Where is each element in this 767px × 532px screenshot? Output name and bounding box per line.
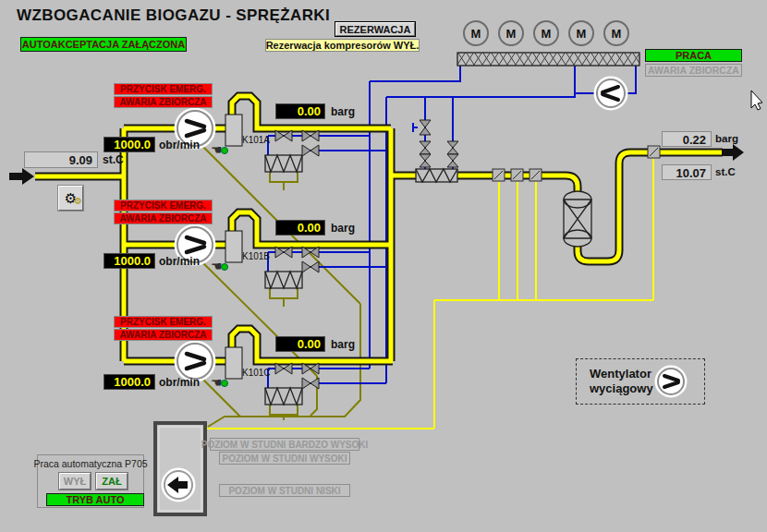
- k101a-label: K101A: [242, 135, 270, 145]
- k101a-emergency-banner: PRZYCISK EMERG.: [114, 83, 213, 95]
- compressor-fan-k101c[interactable]: [176, 342, 214, 381]
- k101a-speed-display: 1000.0: [103, 137, 155, 152]
- k101c-speed-display: 1000.0: [103, 374, 155, 390]
- inlet-arrow-icon: [9, 168, 34, 185]
- gears-icon[interactable]: ⚙⚙: [58, 186, 83, 211]
- k101c-label: K101C: [242, 368, 271, 378]
- k101a-pressure-display: 0.00: [275, 103, 325, 119]
- inlet-temperature-value: 9.09: [24, 151, 98, 168]
- k101c-fault-banner: AWARIA ZBIORCZA: [114, 329, 213, 341]
- k101b-speed-display: 1000.0: [103, 253, 155, 269]
- k101c-hand-pointer-icon[interactable]: ☚: [211, 376, 228, 389]
- k101b-label: K101B: [242, 251, 270, 261]
- reservation-button[interactable]: REZERWACJA: [335, 22, 415, 36]
- reservation-status-banner: Rezerwacja kompresorów WYŁ.: [265, 39, 420, 52]
- k101b-fault-banner: AWARIA ZBIORCZA: [114, 212, 213, 224]
- outlet-pressure-value: 0.22: [662, 131, 712, 147]
- k101c-pressure-display: 0.00: [275, 336, 325, 352]
- well-alarm-very-high: POZIOM W STUDNI BARDZO WYSOKI: [210, 438, 359, 451]
- page-title: WZBOGACANIE BIOGAZU - SPRĘŻARKI: [17, 6, 330, 25]
- motor-3: M: [533, 20, 559, 46]
- exhaust-fan-label: Wentylator wyciągowy: [590, 367, 653, 396]
- well-pump[interactable]: [163, 469, 194, 501]
- cooler-bank: [457, 53, 639, 66]
- auto-panel-title: Praca automatyczna P705: [39, 458, 142, 469]
- k101c-emergency-banner: PRZYCISK EMERG.: [114, 316, 213, 328]
- status-praca-banner: PRACA: [645, 49, 742, 62]
- outlet-temperature-value: 10.07: [662, 164, 712, 180]
- k101a-fault-banner: AWARIA ZBIORCZA: [114, 96, 213, 108]
- well-alarm-high: POZIOM W STUDNI WYSOKI: [219, 452, 350, 465]
- outlet-arrow-icon: [722, 144, 744, 161]
- k101c-pressure-unit: barg: [331, 338, 355, 351]
- motor-1: M: [463, 20, 489, 46]
- k101b-hand-pointer-icon[interactable]: ☚: [211, 260, 228, 272]
- k101a-hand-pointer-icon[interactable]: ☚: [211, 143, 228, 156]
- outlet-temperature-unit: st.C: [715, 166, 736, 177]
- cooling-fan[interactable]: [595, 78, 627, 109]
- separator-vessel: [564, 191, 591, 247]
- autoacceptance-banner: AUTOAKCEPTACJA ZAŁĄCZONA: [20, 37, 187, 52]
- k101a-speed-unit: obr/min: [159, 139, 200, 151]
- motor-5: M: [603, 20, 629, 46]
- k101b-emergency-banner: PRZYCISK EMERG.: [114, 200, 213, 212]
- outlet-pressure-unit: barg: [715, 133, 738, 144]
- motor-2: M: [498, 20, 524, 46]
- inlet-temperature-unit: st.C: [103, 153, 124, 166]
- auto-mode-banner: TRYB AUTO: [46, 493, 144, 506]
- hmi-screen: WZBOGACANIE BIOGAZU - SPRĘŻARKI AUTOAKCE…: [0, 0, 767, 532]
- k101c-speed-unit: obr/min: [159, 376, 200, 389]
- mouse-cursor: [751, 91, 762, 110]
- well-alarm-low: POZIOM W STUDNI NISKI: [219, 484, 350, 497]
- motor-4: M: [568, 20, 594, 46]
- k101b-pressure-display: 0.00: [275, 220, 325, 236]
- k101a-pressure-unit: barg: [331, 105, 355, 118]
- k101b-pressure-unit: barg: [331, 222, 355, 235]
- status-awaria-banner: AWARIA ZBIORCZA: [645, 64, 742, 77]
- auto-off-button[interactable]: WYŁ: [59, 473, 91, 490]
- auto-on-button[interactable]: ZAŁ: [96, 473, 128, 490]
- k101b-speed-unit: obr/min: [159, 255, 200, 268]
